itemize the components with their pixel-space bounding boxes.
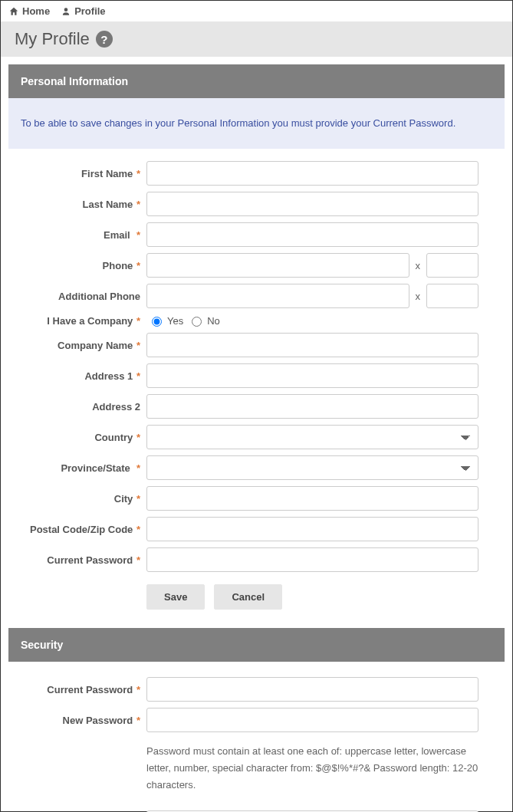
security-current-password-label: Current Password *: [8, 684, 146, 695]
email-label: Email *: [8, 229, 146, 241]
phone-ext-input[interactable]: [426, 253, 478, 278]
current-password-input[interactable]: [146, 547, 478, 572]
province-label: Province/State *: [8, 462, 146, 474]
security-header: Security: [8, 628, 505, 662]
city-label: City *: [8, 493, 146, 505]
current-password-label: Current Password *: [8, 554, 146, 566]
additional-phone-ext-input[interactable]: [426, 284, 478, 308]
additional-phone-ext-separator: x: [414, 291, 423, 302]
country-label: Country *: [8, 432, 146, 443]
new-password-input[interactable]: [146, 708, 478, 732]
new-password-label: New Password *: [8, 715, 146, 726]
nav-profile-link[interactable]: Profile: [61, 5, 105, 17]
have-company-no-option[interactable]: No: [188, 314, 220, 327]
personal-cancel-button[interactable]: Cancel: [214, 584, 282, 610]
page-title-text: My Profile: [15, 29, 90, 49]
breadcrumb: Home Profile: [1, 1, 512, 21]
security-form: Current Password * New Password * Passwo…: [8, 662, 505, 812]
personal-save-button[interactable]: Save: [146, 584, 205, 610]
phone-label: Phone *: [8, 260, 146, 271]
company-name-input[interactable]: [146, 333, 478, 357]
first-name-label: First Name *: [8, 168, 146, 179]
nav-home-label: Home: [22, 5, 50, 17]
help-icon[interactable]: ?: [96, 31, 113, 48]
first-name-input[interactable]: [146, 161, 478, 186]
postal-input[interactable]: [146, 517, 478, 541]
have-company-label: I Have a Company *: [8, 315, 146, 327]
last-name-label: Last Name *: [8, 199, 146, 210]
additional-phone-input[interactable]: [146, 284, 409, 308]
postal-label: Postal Code/Zip Code *: [8, 524, 146, 535]
nav-profile-label: Profile: [74, 5, 105, 17]
have-company-yes-option[interactable]: Yes: [148, 314, 183, 327]
address2-label: Address 2: [8, 401, 146, 413]
security-current-password-input[interactable]: [146, 677, 478, 702]
page-title-bar: My Profile ?: [1, 21, 512, 57]
personal-info-header: Personal Information: [8, 64, 505, 98]
email-input[interactable]: [146, 222, 478, 247]
province-select[interactable]: [146, 455, 478, 480]
page-title: My Profile ?: [15, 29, 113, 49]
personal-info-banner: To be able to save changes in your Perso…: [8, 98, 505, 149]
additional-phone-label: Additional Phone: [8, 291, 146, 302]
nav-home-link[interactable]: Home: [8, 5, 50, 17]
address1-input[interactable]: [146, 363, 478, 388]
password-hint: Password must contain at least one each …: [146, 738, 478, 804]
address1-label: Address 1 *: [8, 370, 146, 382]
personal-info-form: First Name * Last Name * Email * Phone *…: [8, 149, 505, 628]
city-input[interactable]: [146, 486, 478, 511]
have-company-no-label: No: [207, 315, 220, 327]
phone-ext-separator: x: [414, 260, 423, 271]
person-icon: [61, 6, 71, 17]
company-name-label: Company Name *: [8, 340, 146, 351]
home-icon: [8, 6, 19, 17]
have-company-no-radio[interactable]: [192, 317, 202, 327]
country-select[interactable]: [146, 425, 478, 449]
have-company-yes-label: Yes: [167, 315, 183, 327]
have-company-yes-radio[interactable]: [152, 317, 162, 327]
phone-input[interactable]: [146, 253, 409, 278]
address2-input[interactable]: [146, 394, 478, 419]
last-name-input[interactable]: [146, 192, 478, 216]
